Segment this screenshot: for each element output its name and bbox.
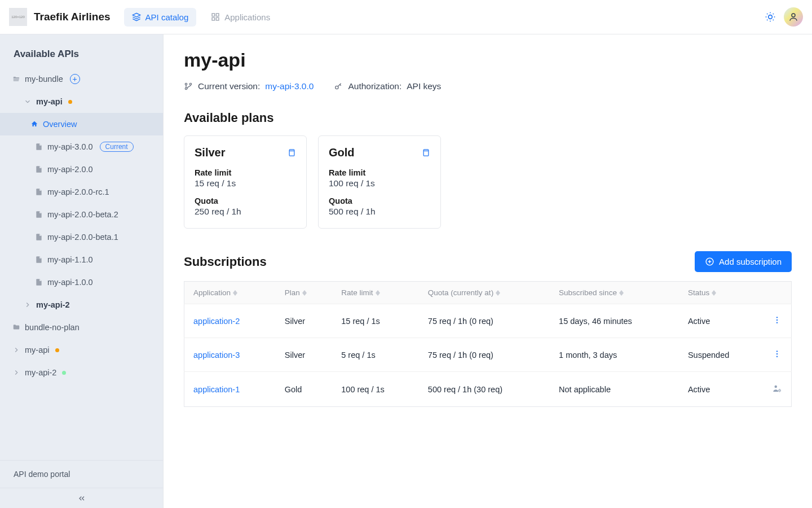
nav-applications-label: Applications bbox=[224, 12, 270, 22]
table-row: application-1Gold100 req / 1s500 req / 1… bbox=[184, 372, 792, 407]
application-link[interactable]: application-1 bbox=[193, 385, 240, 394]
col-plan[interactable]: Plan bbox=[276, 282, 332, 304]
page-title: my-api bbox=[184, 49, 792, 71]
docs-icon[interactable] bbox=[422, 148, 430, 157]
svg-point-15 bbox=[185, 83, 187, 85]
cell-since: 15 days, 46 minutes bbox=[550, 304, 679, 338]
row-manage-icon[interactable] bbox=[772, 386, 782, 395]
svg-marker-37 bbox=[712, 294, 716, 296]
section-plans: Available plans bbox=[184, 111, 792, 125]
tree-bundle-no-plan[interactable]: bundle-no-plan bbox=[0, 316, 163, 339]
nav-applications[interactable]: Applications bbox=[203, 8, 278, 27]
key-icon bbox=[334, 82, 343, 91]
chevron-right-icon bbox=[12, 346, 20, 354]
tree-version[interactable]: my-api-2.0.0-rc.1 bbox=[0, 181, 163, 203]
nav-api-catalog-label: API catalog bbox=[145, 12, 189, 22]
brand-name: Traefik Airlines bbox=[34, 11, 111, 23]
svg-rect-3 bbox=[217, 17, 219, 20]
file-icon bbox=[35, 165, 43, 173]
tree-root-my-api[interactable]: my-api bbox=[0, 339, 163, 361]
tree-api-my-api[interactable]: my-api bbox=[0, 90, 163, 113]
svg-marker-27 bbox=[233, 294, 237, 296]
cell-rate-limit: 100 req / 1s bbox=[332, 372, 419, 407]
plan-quota-label: Quota bbox=[195, 196, 296, 205]
tree-version[interactable]: my-api-2.0.0-beta.1 bbox=[0, 226, 163, 248]
add-api-icon[interactable]: + bbox=[70, 74, 80, 84]
cell-since: 1 month, 3 days bbox=[550, 338, 679, 372]
tree-root-my-api-2[interactable]: my-api-2 bbox=[0, 361, 163, 384]
table-row: application-3Silver5 req / 1s75 req / 1h… bbox=[184, 338, 792, 372]
plan-quota-label: Quota bbox=[329, 196, 430, 205]
git-branch-icon bbox=[184, 82, 193, 91]
tree-version-label: my-api-1.0.0 bbox=[47, 278, 93, 287]
svg-point-5 bbox=[769, 15, 773, 19]
tree-overview[interactable]: Overview bbox=[0, 113, 163, 135]
cell-quota: 75 req / 1h (0 req) bbox=[419, 338, 550, 372]
cell-rate-limit: 15 req / 1s bbox=[332, 304, 419, 338]
meta-current-version: Current version: my-api-3.0.0 bbox=[184, 81, 314, 91]
file-icon bbox=[35, 256, 43, 264]
cell-plan: Gold bbox=[276, 372, 332, 407]
tree-overview-label: Overview bbox=[43, 120, 77, 129]
cell-status: Suspended bbox=[679, 338, 763, 372]
tree-root-my-api-2-label: my-api-2 bbox=[25, 368, 56, 377]
theme-toggle-icon[interactable] bbox=[765, 11, 776, 23]
application-link[interactable]: application-3 bbox=[193, 351, 240, 360]
application-link[interactable]: application-2 bbox=[193, 317, 240, 326]
plan-rate-limit-value: 15 req / 1s bbox=[195, 178, 296, 189]
col-since[interactable]: Subscribed since bbox=[550, 282, 679, 304]
folder-icon bbox=[12, 323, 20, 331]
sort-icon bbox=[233, 290, 237, 296]
row-menu-icon[interactable] bbox=[773, 351, 782, 360]
section-subscriptions: Subscriptions bbox=[184, 255, 267, 269]
plan-rate-limit-label: Rate limit bbox=[195, 168, 296, 177]
tree-version-label: my-api-1.1.0 bbox=[47, 255, 93, 264]
svg-point-17 bbox=[185, 87, 187, 89]
col-status[interactable]: Status bbox=[679, 282, 763, 304]
col-quota[interactable]: Quota (currently at) bbox=[419, 282, 550, 304]
tree-bundle[interactable]: my-bundle + bbox=[0, 68, 163, 90]
table-row: application-2Silver15 req / 1s75 req / 1… bbox=[184, 304, 792, 338]
svg-marker-29 bbox=[302, 294, 307, 296]
plan-quota-value: 500 req / 1h bbox=[329, 207, 430, 217]
plan-quota-value: 250 req / 1h bbox=[195, 207, 296, 217]
cell-quota: 500 req / 1h (30 req) bbox=[419, 372, 550, 407]
tree-version[interactable]: my-api-2.0.0 bbox=[0, 158, 163, 181]
home-icon bbox=[30, 120, 38, 128]
svg-point-44 bbox=[775, 386, 778, 388]
file-icon bbox=[35, 143, 43, 151]
tree-version-label: my-api-2.0.0-beta.2 bbox=[47, 210, 118, 219]
folder-open-icon bbox=[12, 75, 20, 83]
meta-current-version-value[interactable]: my-api-3.0.0 bbox=[265, 81, 314, 91]
svg-point-18 bbox=[336, 86, 338, 89]
cell-plan: Silver bbox=[276, 304, 332, 338]
sort-icon bbox=[302, 290, 307, 296]
tree-version[interactable]: my-api-1.0.0 bbox=[0, 271, 163, 294]
col-application[interactable]: Application bbox=[184, 282, 276, 304]
sidebar-collapse[interactable] bbox=[0, 488, 163, 508]
plan-name: Silver bbox=[195, 146, 225, 159]
tree-version-label: my-api-2.0.0-rc.1 bbox=[47, 187, 109, 196]
svg-point-38 bbox=[776, 317, 778, 318]
add-subscription-label: Add subscription bbox=[719, 257, 782, 266]
file-icon bbox=[35, 188, 43, 196]
row-menu-icon[interactable] bbox=[773, 317, 782, 326]
col-rate-limit[interactable]: Rate limit bbox=[332, 282, 419, 304]
nav-api-catalog[interactable]: API catalog bbox=[124, 8, 197, 27]
sidebar-title: Available APIs bbox=[0, 34, 163, 68]
subscriptions-table: Application Plan Rate limit Quota (curre… bbox=[184, 281, 792, 407]
chevron-right-icon bbox=[24, 301, 32, 309]
svg-point-45 bbox=[779, 389, 780, 391]
tree-api-my-api-2[interactable]: my-api-2 bbox=[0, 294, 163, 316]
status-dot-icon bbox=[55, 348, 59, 352]
tree-version[interactable]: my-api-3.0.0Current bbox=[0, 135, 163, 158]
tree-api-my-api-label: my-api bbox=[36, 97, 63, 106]
tree-version[interactable]: my-api-1.1.0 bbox=[0, 248, 163, 271]
docs-icon[interactable] bbox=[288, 148, 296, 157]
add-subscription-button[interactable]: Add subscription bbox=[695, 251, 792, 272]
svg-line-13 bbox=[773, 14, 774, 14]
sort-icon bbox=[712, 290, 716, 296]
user-avatar[interactable] bbox=[784, 7, 803, 27]
meta-current-version-label: Current version: bbox=[198, 81, 260, 91]
tree-version[interactable]: my-api-2.0.0-beta.2 bbox=[0, 203, 163, 226]
